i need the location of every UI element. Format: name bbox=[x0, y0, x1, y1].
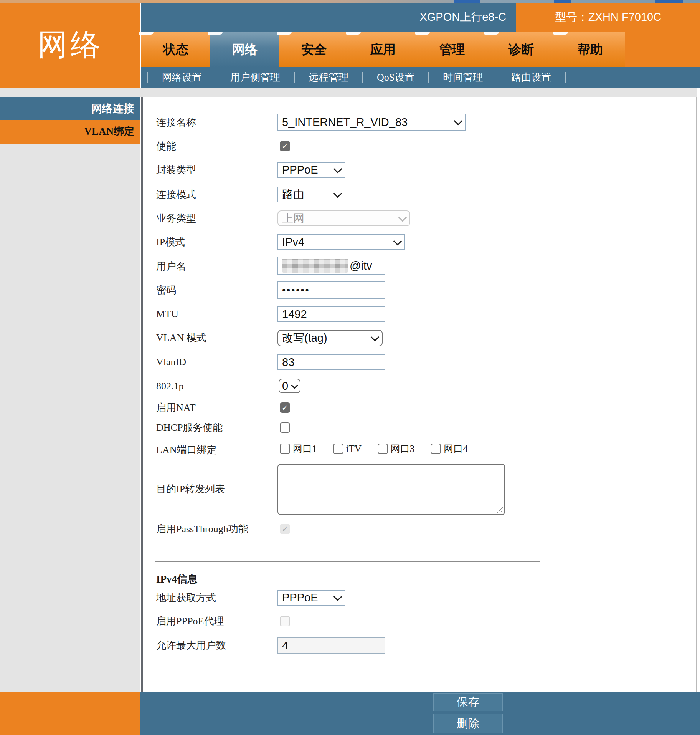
chevron-down-icon bbox=[398, 213, 407, 222]
connection-mode-select[interactable]: 路由 bbox=[277, 187, 345, 202]
top-browser-strip bbox=[0, 0, 700, 3]
sidebar-header: 网络 bbox=[0, 3, 140, 88]
sidebar-background bbox=[0, 144, 140, 692]
lan-itv-checkbox[interactable] bbox=[333, 444, 343, 454]
tab-help[interactable]: 帮助 bbox=[556, 32, 625, 67]
tab-security[interactable]: 安全 bbox=[279, 32, 348, 67]
subnav-divider bbox=[294, 72, 295, 83]
addr-mode-select[interactable]: PPPoE bbox=[277, 590, 345, 606]
passthrough-checkbox bbox=[280, 524, 290, 534]
enable-checkbox[interactable] bbox=[280, 141, 290, 151]
tab-diagnosis[interactable]: 诊断 bbox=[487, 32, 556, 67]
lan-port4-label: 网口4 bbox=[444, 444, 468, 454]
tab-status[interactable]: 状态 bbox=[141, 32, 210, 67]
dot1p-value: 0 bbox=[282, 380, 288, 392]
header-model-band: 型号：ZXHN F7010C bbox=[516, 3, 700, 32]
sidebar-item-vlan-binding[interactable]: VLAN绑定 bbox=[0, 120, 140, 144]
service-type-select: 上网 bbox=[277, 210, 410, 226]
connection-name-value: 5_INTERNET_R_VID_83 bbox=[282, 116, 408, 129]
lan-port3-label: 网口3 bbox=[391, 444, 415, 454]
tab-application[interactable]: 应用 bbox=[348, 32, 418, 67]
dot1p-label: 802.1p bbox=[156, 379, 184, 393]
subnav-divider bbox=[497, 72, 497, 83]
lan-itv-label: iTV bbox=[346, 444, 362, 454]
vlan-mode-label: VLAN 模式 bbox=[156, 331, 206, 345]
pppoe-proxy-checkbox bbox=[280, 616, 290, 626]
dhcp-checkbox[interactable] bbox=[280, 422, 290, 433]
connection-mode-value: 路由 bbox=[282, 187, 304, 202]
router-admin-page: 网络 网络连接 VLAN绑定 XGPON上行e8-C 型号：ZXHN F7010… bbox=[0, 0, 700, 735]
vlan-mode-value: 改写(tag) bbox=[282, 331, 327, 346]
tab-management[interactable]: 管理 bbox=[418, 32, 487, 67]
enable-label: 使能 bbox=[156, 139, 176, 153]
dot1p-select[interactable]: 0 bbox=[279, 379, 300, 393]
sidebar-item-network-connection[interactable]: 网络连接 bbox=[0, 97, 140, 120]
dest-ip-list-label: 目的IP转发列表 bbox=[156, 482, 225, 496]
encapsulation-select[interactable]: PPPoE bbox=[277, 162, 345, 178]
lan-port3-checkbox[interactable] bbox=[378, 444, 388, 454]
chevron-down-icon bbox=[371, 333, 380, 341]
dest-ip-list-textarea[interactable] bbox=[277, 464, 505, 515]
connection-name-select[interactable]: 5_INTERNET_R_VID_83 bbox=[277, 114, 466, 131]
lan-binding-group: 网口1 iTV 网口3 网口4 bbox=[280, 444, 468, 454]
vlan-mode-select[interactable]: 改写(tag) bbox=[277, 330, 383, 346]
sidebar-footer-block bbox=[0, 692, 140, 735]
username-suffix: @itv bbox=[350, 260, 372, 272]
username-input[interactable]: @itv bbox=[277, 257, 385, 275]
subnav-item-network-settings[interactable]: 网络设置 bbox=[149, 71, 215, 84]
service-type-label: 业务类型 bbox=[156, 212, 196, 225]
ip-mode-value: IPv4 bbox=[282, 236, 304, 248]
subnav-divider bbox=[428, 72, 429, 83]
subnav-item-user-side-mgmt[interactable]: 用户侧管理 bbox=[217, 71, 293, 84]
passthrough-label: 启用PassThrough功能 bbox=[156, 522, 248, 536]
section-divider bbox=[155, 561, 540, 562]
subnav-item-qos[interactable]: QoS设置 bbox=[364, 71, 428, 84]
strip-fragment bbox=[554, 0, 571, 3]
service-type-value: 上网 bbox=[282, 211, 304, 226]
password-input[interactable]: •••••• bbox=[277, 281, 385, 299]
dhcp-label: DHCP服务使能 bbox=[156, 421, 223, 435]
delete-button[interactable]: 删除 bbox=[433, 714, 503, 733]
lan-port4-checkbox[interactable] bbox=[431, 444, 441, 454]
encapsulation-label: 封装类型 bbox=[156, 163, 196, 177]
chevron-down-icon bbox=[333, 164, 342, 173]
chevron-down-icon bbox=[454, 117, 463, 126]
vlan-id-value: 83 bbox=[282, 356, 294, 369]
lan-binding-label: LAN端口绑定 bbox=[156, 443, 216, 457]
lan-port4-item: 网口4 bbox=[431, 444, 468, 454]
lan-port1-checkbox[interactable] bbox=[280, 444, 290, 454]
connection-name-label: 连接名称 bbox=[156, 116, 196, 129]
addr-mode-label: 地址获取方式 bbox=[156, 591, 216, 605]
lan-port3-item: 网口3 bbox=[378, 444, 415, 454]
encapsulation-value: PPPoE bbox=[282, 164, 318, 176]
lan-port1-label: 网口1 bbox=[293, 444, 317, 454]
username-label: 用户名 bbox=[156, 260, 186, 273]
nat-checkbox[interactable] bbox=[280, 402, 290, 413]
model-label: 型号：ZXHN F7010C bbox=[555, 10, 661, 25]
subnav-divider bbox=[216, 72, 216, 83]
footer-bar: 保存 删除 bbox=[140, 692, 700, 735]
lan-itv-item: iTV bbox=[333, 444, 362, 454]
subnav-item-route-settings[interactable]: 路由设置 bbox=[498, 71, 564, 84]
chevron-down-icon bbox=[393, 237, 402, 245]
subnav-divider bbox=[147, 72, 148, 83]
subnav-item-time-mgmt[interactable]: 时间管理 bbox=[430, 71, 496, 84]
mtu-input[interactable]: 1492 bbox=[277, 306, 385, 322]
scrollbar-track[interactable] bbox=[697, 88, 700, 692]
chevron-down-icon bbox=[333, 189, 342, 198]
page-title: 网络 bbox=[38, 25, 104, 65]
save-button[interactable]: 保存 bbox=[433, 693, 503, 711]
addr-mode-value: PPPoE bbox=[282, 591, 318, 604]
max-users-value: 4 bbox=[282, 639, 288, 652]
max-users-input[interactable]: 4 bbox=[277, 637, 385, 654]
redacted-username-blur bbox=[282, 259, 348, 273]
tab-network[interactable]: 网络 bbox=[210, 32, 279, 67]
connection-mode-label: 连接模式 bbox=[156, 188, 196, 202]
resize-grip-icon[interactable] bbox=[497, 507, 503, 513]
mtu-label: MTU bbox=[156, 307, 178, 321]
vlan-id-label: VlanID bbox=[156, 355, 186, 369]
vlan-id-input[interactable]: 83 bbox=[277, 354, 385, 370]
ip-mode-select[interactable]: IPv4 bbox=[277, 234, 405, 250]
subnav-item-remote-mgmt[interactable]: 远程管理 bbox=[296, 71, 362, 84]
pppoe-proxy-label: 启用PPPoE代理 bbox=[156, 614, 224, 628]
